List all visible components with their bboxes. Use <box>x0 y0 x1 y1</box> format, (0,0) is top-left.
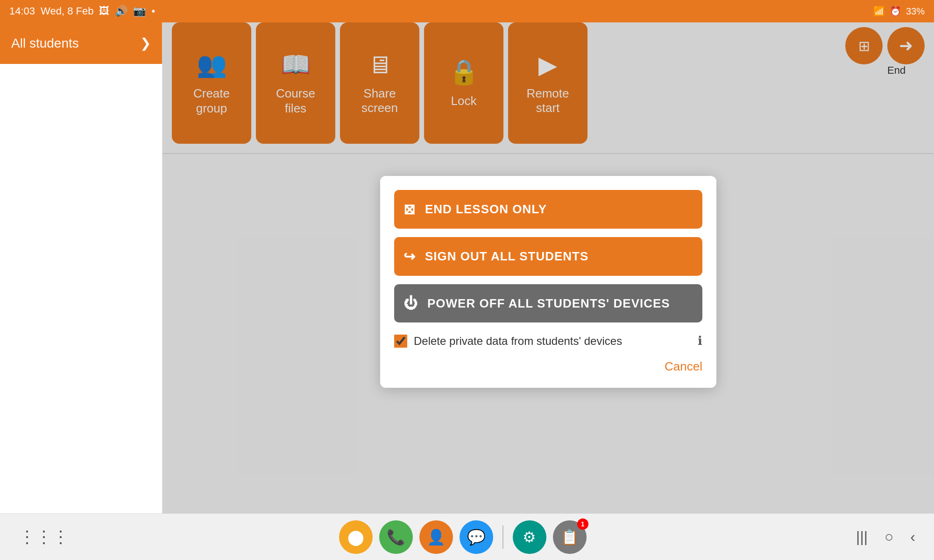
nav-divider <box>502 525 503 549</box>
time: 14:03 <box>9 5 35 17</box>
info-icon[interactable]: ℹ <box>698 334 702 348</box>
status-bar-left: 14:03 Wed, 8 Feb 🖼 🔊 📷 • <box>9 5 155 17</box>
nav-app-phone[interactable]: 📞 <box>379 520 413 554</box>
nav-center-apps: ⬤ 📞 👤 💬 ⚙ 📋 1 <box>339 520 587 554</box>
clipboard-badge: 1 <box>577 518 588 530</box>
settings-icon: ⚙ <box>523 528 536 546</box>
wifi-icon: 📶 <box>873 6 885 17</box>
battery-level: 33% <box>906 6 925 17</box>
clipboard-icon: 📋 <box>560 528 579 546</box>
video-icon: ⬤ <box>347 528 364 546</box>
chevron-right-icon: ❯ <box>140 35 151 51</box>
delete-data-checkbox[interactable] <box>394 335 407 348</box>
power-icon: ⏻ <box>403 295 418 311</box>
photo-icon: 🖼 <box>99 5 109 17</box>
chat-icon: 💬 <box>467 528 486 546</box>
delete-data-label[interactable]: Delete private data from students' devic… <box>414 335 691 348</box>
recent-apps-button[interactable]: ||| <box>856 528 868 546</box>
end-lesson-only-button[interactable]: ⊠ END LESSON ONLY <box>394 190 702 229</box>
volume-icon: 🔊 <box>115 5 127 17</box>
user-icon: 👤 <box>427 528 446 546</box>
dot-indicator: • <box>151 5 155 17</box>
main-area: All students ❯ 👥 Creategroup 📖 Coursefil… <box>0 22 934 513</box>
back-button[interactable]: ‹ <box>910 528 915 546</box>
power-off-button[interactable]: ⏻ POWER OFF ALL STUDENTS' DEVICES <box>394 284 702 322</box>
alarm-icon: ⏰ <box>890 6 901 17</box>
status-bar: 14:03 Wed, 8 Feb 🖼 🔊 📷 • 📶 ⏰ 33% <box>0 0 934 22</box>
modal-dialog: ⊠ END LESSON ONLY ↪ SIGN OUT ALL STUDENT… <box>380 176 716 388</box>
nav-app-settings[interactable]: ⚙ <box>513 520 546 554</box>
date: Wed, 8 Feb <box>41 5 93 17</box>
grid-menu-button[interactable]: ⋮⋮⋮ <box>19 527 69 547</box>
end-lesson-label: END LESSON ONLY <box>425 202 547 217</box>
sidebar: All students ❯ <box>0 22 163 513</box>
nav-app-video[interactable]: ⬤ <box>339 520 373 554</box>
phone-icon: 📞 <box>387 528 405 546</box>
nav-right-controls: ||| ○ ‹ <box>856 528 915 546</box>
screenshot-icon: 📷 <box>133 5 146 17</box>
modal-overlay: ⊠ END LESSON ONLY ↪ SIGN OUT ALL STUDENT… <box>163 22 934 513</box>
nav-app-user[interactable]: 👤 <box>419 520 453 554</box>
checkbox-row: Delete private data from students' devic… <box>394 331 702 351</box>
cancel-button[interactable]: Cancel <box>665 359 702 374</box>
content-area: 👥 Creategroup 📖 Coursefiles 🖥 Sharescree… <box>163 22 934 513</box>
cancel-row: Cancel <box>394 359 702 374</box>
sidebar-item-all-students[interactable]: All students ❯ <box>0 22 162 64</box>
sign-out-label: SIGN OUT ALL STUDENTS <box>425 249 588 264</box>
power-off-label: POWER OFF ALL STUDENTS' DEVICES <box>427 296 670 311</box>
all-students-label: All students <box>11 36 79 51</box>
sign-out-all-students-button[interactable]: ↪ SIGN OUT ALL STUDENTS <box>394 237 702 276</box>
status-bar-right: 📶 ⏰ 33% <box>873 6 925 17</box>
nav-app-chat[interactable]: 💬 <box>460 520 493 554</box>
end-lesson-icon: ⊠ <box>403 201 416 217</box>
nav-bar: ⋮⋮⋮ ⬤ 📞 👤 💬 ⚙ <box>0 513 934 560</box>
home-button[interactable]: ○ <box>884 528 893 546</box>
sign-out-icon: ↪ <box>403 248 416 265</box>
